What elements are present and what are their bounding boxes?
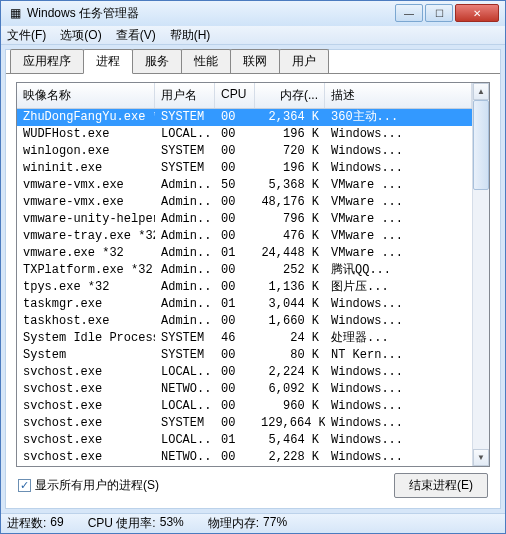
scrollbar-thumb[interactable] bbox=[473, 100, 489, 190]
cell: vmware-tray.exe *32 bbox=[17, 228, 155, 245]
end-process-button[interactable]: 结束进程(E) bbox=[394, 473, 488, 498]
cell: Windows... bbox=[325, 126, 472, 143]
process-list-header[interactable]: 映像名称用户名CPU内存(...描述 bbox=[17, 83, 472, 109]
cell: 196 K bbox=[255, 126, 325, 143]
table-row[interactable]: vmware.exe *32Admin..0124,448 KVMware ..… bbox=[17, 245, 472, 262]
cell: SYSTEM bbox=[155, 109, 215, 126]
cell: VMware ... bbox=[325, 228, 472, 245]
cell: taskmgr.exe bbox=[17, 296, 155, 313]
title-bar[interactable]: ▦ Windows 任务管理器 — ☐ ✕ bbox=[1, 1, 505, 26]
table-row[interactable]: vmware-unity-helper...Admin..00796 KVMwa… bbox=[17, 211, 472, 228]
vertical-scrollbar[interactable]: ▲ ▼ bbox=[472, 83, 489, 466]
cell: 01 bbox=[215, 245, 255, 262]
menu-item-3[interactable]: 帮助(H) bbox=[170, 27, 211, 44]
cell: 24 K bbox=[255, 330, 325, 347]
cell: LOCAL.. bbox=[155, 126, 215, 143]
cell: svchost.exe bbox=[17, 381, 155, 398]
table-row[interactable]: winlogon.exeSYSTEM00720 KWindows... bbox=[17, 143, 472, 160]
checkbox-check-icon: ✓ bbox=[18, 479, 31, 492]
minimize-button[interactable]: — bbox=[395, 4, 423, 22]
menu-item-1[interactable]: 选项(O) bbox=[60, 27, 101, 44]
table-row[interactable]: wininit.exeSYSTEM00196 KWindows... bbox=[17, 160, 472, 177]
status-bar: 进程数:69 CPU 使用率:53% 物理内存:77% bbox=[1, 513, 505, 533]
cell: wininit.exe bbox=[17, 160, 155, 177]
menu-item-2[interactable]: 查看(V) bbox=[116, 27, 156, 44]
table-row[interactable]: ZhuDongFangYu.exe *32SYSTEM002,364 K360主… bbox=[17, 109, 472, 126]
table-row[interactable]: svchost.exeLOCAL..00960 KWindows... bbox=[17, 398, 472, 415]
cell: 00 bbox=[215, 398, 255, 415]
cell: 00 bbox=[215, 364, 255, 381]
cell: 01 bbox=[215, 296, 255, 313]
cell: SYSTEM bbox=[155, 347, 215, 364]
close-button[interactable]: ✕ bbox=[455, 4, 499, 22]
cell: taskhost.exe bbox=[17, 313, 155, 330]
column-header-3[interactable]: 内存(... bbox=[255, 83, 325, 108]
table-row[interactable]: svchost.exeNETWO..002,228 KWindows... bbox=[17, 449, 472, 466]
table-row[interactable]: TXPlatform.exe *32Admin..00252 K腾讯QQ... bbox=[17, 262, 472, 279]
column-header-0[interactable]: 映像名称 bbox=[17, 83, 155, 108]
scrollbar-track[interactable] bbox=[473, 100, 489, 449]
tab-5[interactable]: 用户 bbox=[279, 49, 329, 73]
cell: VMware ... bbox=[325, 194, 472, 211]
table-row[interactable]: tpys.exe *32Admin..001,136 K图片压... bbox=[17, 279, 472, 296]
cell: TXPlatform.exe *32 bbox=[17, 262, 155, 279]
table-row[interactable]: WUDFHost.exeLOCAL..00196 KWindows... bbox=[17, 126, 472, 143]
cell: 196 K bbox=[255, 160, 325, 177]
tab-2[interactable]: 服务 bbox=[132, 49, 182, 73]
processes-footer: ✓ 显示所有用户的进程(S) 结束进程(E) bbox=[16, 467, 490, 500]
scroll-up-icon[interactable]: ▲ bbox=[473, 83, 489, 100]
cell: 2,364 K bbox=[255, 109, 325, 126]
cell: SYSTEM bbox=[155, 415, 215, 432]
table-row[interactable]: svchost.exeLOCAL..002,224 KWindows... bbox=[17, 364, 472, 381]
cell: 01 bbox=[215, 432, 255, 449]
status-memory-usage: 物理内存:77% bbox=[208, 515, 287, 532]
status-process-count: 进程数:69 bbox=[7, 515, 64, 532]
cell: Windows... bbox=[325, 160, 472, 177]
maximize-button[interactable]: ☐ bbox=[425, 4, 453, 22]
cell: Windows... bbox=[325, 415, 472, 432]
cell: 处理器... bbox=[325, 330, 472, 347]
column-header-2[interactable]: CPU bbox=[215, 83, 255, 108]
cell: System Idle Process bbox=[17, 330, 155, 347]
table-row[interactable]: taskmgr.exeAdmin..013,044 KWindows... bbox=[17, 296, 472, 313]
table-row[interactable]: System Idle ProcessSYSTEM4624 K处理器... bbox=[17, 330, 472, 347]
process-list-body[interactable]: ZhuDongFangYu.exe *32SYSTEM002,364 K360主… bbox=[17, 109, 472, 466]
cell: winlogon.exe bbox=[17, 143, 155, 160]
tab-3[interactable]: 性能 bbox=[181, 49, 231, 73]
cell: vmware-vmx.exe bbox=[17, 177, 155, 194]
table-row[interactable]: svchost.exeNETWO..006,092 KWindows... bbox=[17, 381, 472, 398]
table-row[interactable]: vmware-tray.exe *32Admin..00476 KVMware … bbox=[17, 228, 472, 245]
cell: Admin.. bbox=[155, 296, 215, 313]
table-row[interactable]: svchost.exeLOCAL..015,464 KWindows... bbox=[17, 432, 472, 449]
show-all-users-checkbox[interactable]: ✓ 显示所有用户的进程(S) bbox=[18, 477, 159, 494]
table-row[interactable]: vmware-vmx.exeAdmin..0048,176 KVMware ..… bbox=[17, 194, 472, 211]
table-row[interactable]: taskhost.exeAdmin..001,660 KWindows... bbox=[17, 313, 472, 330]
table-row[interactable]: vmware-vmx.exeAdmin..505,368 KVMware ... bbox=[17, 177, 472, 194]
cell: NT Kern... bbox=[325, 347, 472, 364]
cell: VMware ... bbox=[325, 211, 472, 228]
cell: 00 bbox=[215, 160, 255, 177]
tab-1[interactable]: 进程 bbox=[83, 49, 133, 74]
cell: 2,228 K bbox=[255, 449, 325, 466]
cell: 00 bbox=[215, 279, 255, 296]
cell: tpys.exe *32 bbox=[17, 279, 155, 296]
table-row[interactable]: SystemSYSTEM0080 KNT Kern... bbox=[17, 347, 472, 364]
tab-0[interactable]: 应用程序 bbox=[10, 49, 84, 73]
tab-4[interactable]: 联网 bbox=[230, 49, 280, 73]
cell: 00 bbox=[215, 262, 255, 279]
cell: 00 bbox=[215, 194, 255, 211]
cell: LOCAL.. bbox=[155, 398, 215, 415]
cell: 00 bbox=[215, 211, 255, 228]
column-header-1[interactable]: 用户名 bbox=[155, 83, 215, 108]
table-row[interactable]: svchost.exeSYSTEM00129,664 KWindows... bbox=[17, 415, 472, 432]
column-header-4[interactable]: 描述 bbox=[325, 83, 472, 108]
menu-item-0[interactable]: 文件(F) bbox=[7, 27, 46, 44]
scroll-down-icon[interactable]: ▼ bbox=[473, 449, 489, 466]
cell: Admin.. bbox=[155, 279, 215, 296]
cell: svchost.exe bbox=[17, 398, 155, 415]
cell: 360主动... bbox=[325, 109, 472, 126]
cell: Windows... bbox=[325, 364, 472, 381]
cell: NETWO.. bbox=[155, 381, 215, 398]
cell: vmware-unity-helper... bbox=[17, 211, 155, 228]
cell: svchost.exe bbox=[17, 415, 155, 432]
